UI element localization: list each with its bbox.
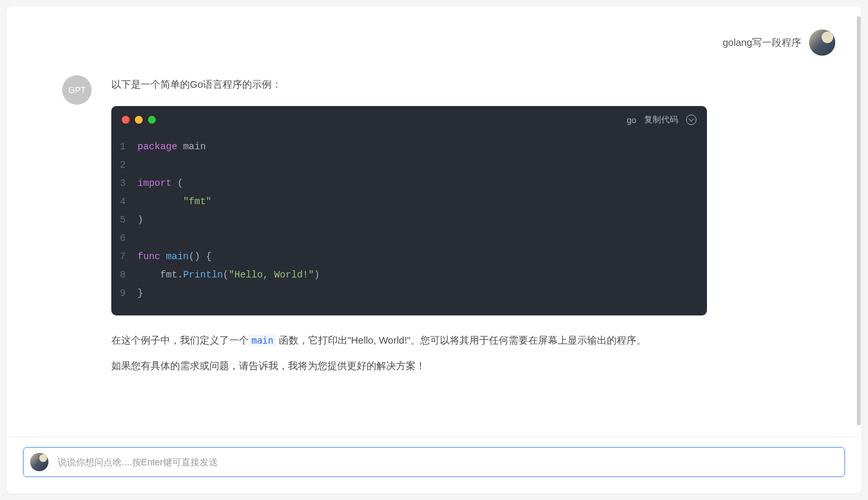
line-content: fmt.Println("Hello, World!") (137, 266, 319, 284)
code-line: 6 (111, 229, 707, 247)
line-content: import ( (137, 174, 183, 192)
line-content: func main() { (137, 247, 211, 266)
message-input[interactable] (58, 457, 838, 467)
code-line: 2 (111, 156, 707, 174)
line-content: } (137, 284, 143, 302)
bot-content: 以下是一个简单的Go语言程序的示例： go 复制代码 (111, 75, 707, 387)
copy-code-button[interactable]: 复制代码 (644, 114, 678, 126)
code-line: 9} (111, 284, 707, 302)
traffic-light-green-icon (148, 116, 156, 124)
chat-container: golang写一段程序 GPT 以下是一个简单的Go语言程序的示例： (7, 7, 861, 493)
line-number: 4 (111, 192, 137, 211)
explanation-after: 函数，它打印出"Hello, World!"。您可以将其用于任何需要在屏幕上显示… (276, 334, 646, 346)
bot-message: GPT 以下是一个简单的Go语言程序的示例： go 复制代码 (26, 75, 842, 387)
code-block: go 复制代码 1package main23import (4 "fmt"5)… (111, 106, 707, 315)
scrollbar-thumb[interactable] (857, 16, 861, 425)
input-area (7, 437, 861, 493)
code-language-label: go (627, 115, 636, 125)
code-line: 5) (111, 211, 707, 229)
traffic-light-yellow-icon (135, 116, 143, 124)
line-number: 3 (111, 174, 137, 192)
input-avatar (30, 453, 48, 471)
user-message: golang写一段程序 (26, 29, 842, 56)
code-line: 3import ( (111, 174, 707, 192)
code-header: go 复制代码 (111, 106, 707, 131)
code-header-actions: go 复制代码 (627, 114, 696, 126)
line-number: 2 (111, 156, 137, 174)
code-line: 8 fmt.Println("Hello, World!") (111, 266, 707, 284)
line-number: 5 (111, 211, 137, 229)
bot-avatar-label: GPT (68, 85, 86, 95)
input-wrapper[interactable] (23, 447, 845, 477)
collapse-icon[interactable] (686, 115, 696, 125)
line-number: 6 (111, 229, 137, 247)
line-content: ) (137, 211, 143, 229)
line-number: 9 (111, 284, 137, 302)
traffic-light-red-icon (122, 116, 130, 124)
code-line: 7func main() { (111, 247, 707, 266)
line-content: "fmt" (137, 192, 211, 211)
bot-explanation: 在这个例子中，我们定义了一个main 函数，它打印出"Hello, World!… (111, 331, 707, 349)
bot-intro-text: 以下是一个简单的Go语言程序的示例： (111, 75, 707, 93)
code-line: 4 "fmt" (111, 192, 707, 211)
code-body: 1package main23import (4 "fmt"5)67func m… (111, 131, 707, 315)
code-line: 1package main (111, 137, 707, 156)
chat-area: golang写一段程序 GPT 以下是一个简单的Go语言程序的示例： (7, 7, 861, 437)
traffic-lights (122, 116, 156, 124)
line-content: package main (137, 137, 206, 156)
user-message-text: golang写一段程序 (723, 37, 801, 49)
line-number: 1 (111, 137, 137, 156)
line-number: 8 (111, 266, 137, 284)
line-number: 7 (111, 247, 137, 266)
bot-followup: 如果您有具体的需求或问题，请告诉我，我将为您提供更好的解决方案！ (111, 357, 707, 374)
inline-code-main: main (249, 334, 276, 346)
bot-avatar: GPT (62, 75, 92, 105)
user-avatar[interactable] (809, 29, 835, 56)
explanation-before: 在这个例子中，我们定义了一个 (111, 334, 249, 346)
